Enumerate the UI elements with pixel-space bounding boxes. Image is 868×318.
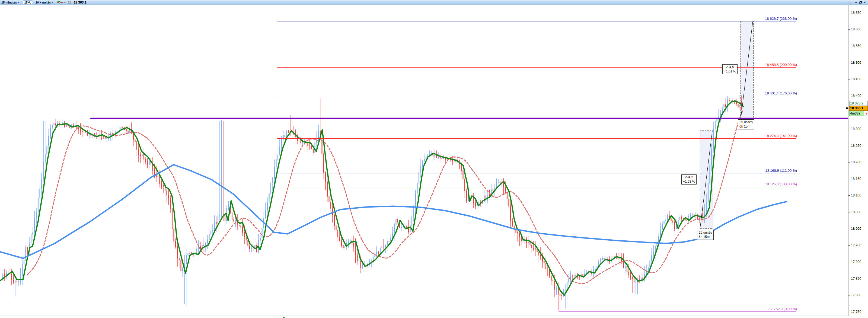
last-price-label: 18 363,1 <box>849 106 868 111</box>
tick-dash <box>848 162 850 163</box>
chevron-down-icon: ▾ <box>64 1 65 3</box>
tick-dash <box>848 179 850 179</box>
timeframe-label: 15 minutes <box>1 1 17 4</box>
chevron-down-icon: ▾ <box>52 1 53 3</box>
axis-tick: 18 300 <box>848 127 861 131</box>
tick-dash <box>848 46 850 46</box>
fib-level-label[interactable]: 18 401,4 (176,00 %) <box>765 91 797 95</box>
tick-dash <box>848 212 850 212</box>
tick-dash <box>848 79 850 80</box>
axis-tick: 18 000 <box>848 227 861 231</box>
axis-tick: 18 150 <box>848 177 861 181</box>
toolbar-right: ↓ ↑ – × <box>848 0 867 5</box>
axis-tick: 17 800 <box>848 293 861 297</box>
axis-tick: 17 750 <box>848 310 861 314</box>
measure-annotation-box[interactable]: 25 unités 6h 15m <box>738 119 754 129</box>
axis-tick: 17 850 <box>848 277 861 281</box>
price-axis[interactable]: 18 650 18 600 18 550 18 500 18 450 18 40… <box>848 5 868 316</box>
quantity-label: 10 k unités <box>35 1 51 4</box>
toolbar-last-price: 18 363,1 <box>74 1 87 4</box>
toolbar-separator <box>853 1 854 4</box>
tick-dash <box>848 195 850 196</box>
restore-icon <box>859 1 862 3</box>
measure-annotation-box[interactable]: +294,2 +1,63 % <box>681 174 696 184</box>
units-badge[interactable]: 15kU <box>22 0 34 5</box>
tick-dash <box>848 245 850 245</box>
restore-button[interactable] <box>858 0 863 4</box>
tick-dash <box>848 29 850 30</box>
axis-tick: 17 950 <box>848 243 861 248</box>
ma-curves-icon <box>57 1 63 4</box>
fib-level-label[interactable]: 17 762,0 (0,00 %) <box>769 307 797 311</box>
fib-level-label[interactable]: 18 125,3 (100,00 %) <box>765 182 797 186</box>
time-axis-strip[interactable] <box>0 316 868 318</box>
session-high-label: 18 373,2 <box>849 101 868 106</box>
tick-dash <box>848 262 850 262</box>
measure-annotation-box[interactable]: +294,5 +1,61 % <box>722 64 738 74</box>
measure-annotation-box[interactable]: 25 unités 6h 15m <box>697 230 714 240</box>
tick-dash <box>848 146 850 146</box>
units-badge-label: 15kU <box>23 0 33 4</box>
tick-dash <box>848 96 850 96</box>
toolbar-separator <box>21 1 21 4</box>
axis-tick: 18 100 <box>848 193 861 198</box>
tick-dash <box>848 13 850 13</box>
info-button[interactable]: i <box>67 0 73 5</box>
axis-tick: 18 050 <box>848 210 861 214</box>
axis-tick: 18 400 <box>848 94 861 98</box>
chart-toolbar: 15 minutes ▾ 15kU 10 k unités ▾ ▾ i 18 3… <box>0 0 868 5</box>
info-icon: i <box>68 1 71 4</box>
timeframe-dropdown[interactable]: 15 minutes ▾ <box>0 0 20 5</box>
price-chart-canvas[interactable] <box>0 0 868 318</box>
tick-dash <box>848 295 850 295</box>
tick-dash <box>848 229 850 229</box>
tick-dash <box>848 312 850 312</box>
fib-level-label[interactable]: 18 626,7 (238,00 %) <box>765 17 797 21</box>
close-button[interactable]: × <box>863 0 867 4</box>
axis-tick: 18 650 <box>848 10 861 15</box>
tick-dash <box>848 63 850 63</box>
fib-level-label[interactable]: 18 274,3 (141,00 %) <box>765 134 797 138</box>
minimize-button[interactable]: – <box>854 0 858 4</box>
axis-tick: 18 500 <box>848 60 861 65</box>
axis-tick: 18 450 <box>848 77 861 81</box>
axis-tick: 18 200 <box>848 160 861 165</box>
mini-chart-icon <box>283 316 286 318</box>
axis-tick: 17 900 <box>848 260 861 264</box>
fib-level-label[interactable]: 18 488,6 (200,00 %) <box>765 63 797 67</box>
chevron-down-icon: ▾ <box>18 1 19 3</box>
axis-tick: 18 550 <box>848 44 861 48</box>
tick-dash <box>848 279 850 279</box>
candle-countdown-label: 4m33s <box>849 111 864 116</box>
chart-style-dropdown[interactable]: ▾ <box>56 0 67 5</box>
quantity-dropdown[interactable]: 10 k unités ▾ <box>34 0 54 5</box>
trading-app-window: { "toolbar": { "timeframe": "15 minutes"… <box>0 0 868 318</box>
order-arrows-button[interactable]: ↓ ↑ <box>848 0 852 5</box>
axis-tick: 18 600 <box>848 27 861 31</box>
axis-tick: 18 250 <box>848 144 861 148</box>
tick-dash <box>848 129 850 129</box>
fib-level-label[interactable]: 18 168,9 (112,00 %) <box>765 169 797 173</box>
